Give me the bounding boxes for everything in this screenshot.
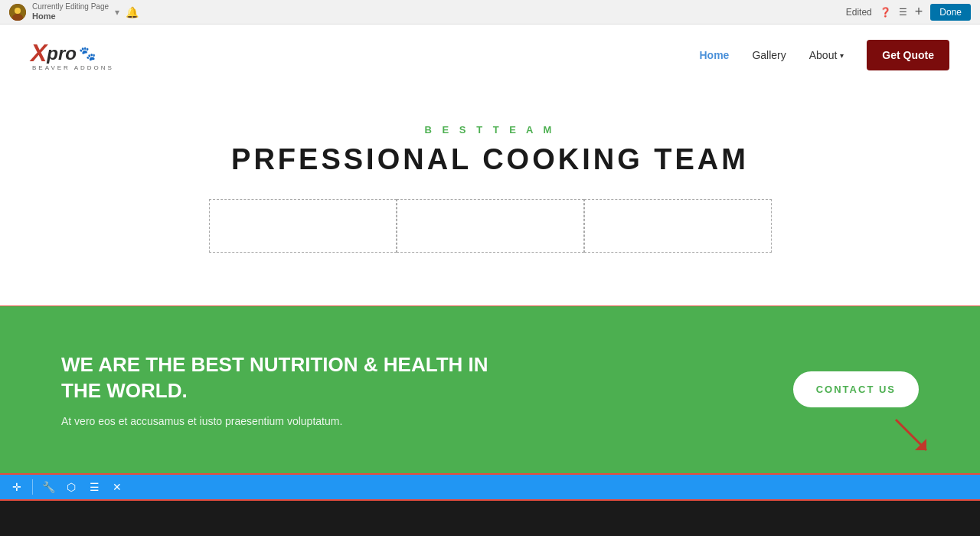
- logo: X pro 🐾 BEAVER ADDONS: [31, 39, 114, 71]
- footer: Connection Inc. © 2021 Business, Inc. Al…: [0, 501, 980, 536]
- add-button[interactable]: +: [915, 4, 923, 20]
- contact-us-button[interactable]: CONTACT US: [793, 371, 919, 407]
- cta-text-block: WE ARE THE BEST NUTRITION & HEALTH IN TH…: [61, 352, 521, 427]
- hero-section: B E S T T E A M PRFESSIONAL COOKING TEAM: [0, 86, 980, 306]
- nav-gallery[interactable]: Gallery: [752, 49, 786, 61]
- logo-tagline: BEAVER ADDONS: [32, 64, 114, 71]
- admin-bar: Currently Editing Page Home ▾ 🔔 Edited ❓…: [0, 0, 980, 25]
- cta-section: WE ARE THE BEST NUTRITION & HEALTH IN TH…: [0, 306, 980, 473]
- hero-subtitle: B E S T T E A M: [15, 124, 965, 136]
- cta-description: At vero eos et accusamus et iusto praese…: [61, 415, 521, 427]
- notification-bell-icon[interactable]: 🔔: [126, 6, 139, 18]
- help-icon[interactable]: ❓: [880, 7, 891, 18]
- admin-title: Currently Editing Page Home: [32, 2, 109, 21]
- edited-label: Edited: [846, 7, 872, 18]
- close-icon[interactable]: ✕: [109, 481, 125, 493]
- move-icon[interactable]: ✛: [9, 481, 24, 493]
- copy-icon[interactable]: ⬡: [64, 481, 79, 493]
- logo-decoration-icon: 🐾: [79, 45, 96, 62]
- list-icon[interactable]: ☰: [87, 481, 102, 493]
- logo-x: X: [31, 39, 47, 67]
- team-card-1: [209, 199, 397, 253]
- chevron-down-icon: ▾: [840, 51, 844, 60]
- get-quote-button[interactable]: Get Quote: [867, 40, 949, 70]
- nav-about[interactable]: About ▾: [809, 49, 844, 61]
- nav-home[interactable]: Home: [699, 49, 729, 61]
- team-card-2: [397, 199, 584, 253]
- editor-toolbar: ✛ 🔧 ⬡ ☰ ✕: [0, 473, 980, 501]
- team-card-3: [584, 199, 772, 253]
- arrow-indicator: [888, 412, 934, 458]
- navigation: X pro 🐾 BEAVER ADDONS Home Gallery About…: [0, 25, 980, 86]
- done-button[interactable]: Done: [930, 4, 971, 21]
- menu-lines-icon[interactable]: ☰: [899, 7, 907, 18]
- cta-title: WE ARE THE BEST NUTRITION & HEALTH IN TH…: [61, 352, 521, 404]
- nav-links: Home Gallery About ▾ Get Quote: [699, 40, 949, 70]
- svg-point-1: [15, 8, 21, 14]
- admin-dropdown-icon[interactable]: ▾: [115, 7, 119, 18]
- toolbar-divider-1: [32, 479, 33, 495]
- wrench-icon[interactable]: 🔧: [41, 481, 56, 493]
- logo-pro: pro: [47, 43, 77, 64]
- team-cards-container: [199, 199, 781, 253]
- cta-section-wrapper: WE ARE THE BEST NUTRITION & HEALTH IN TH…: [0, 306, 980, 473]
- hero-title: PRFESSIONAL COOKING TEAM: [15, 143, 965, 176]
- admin-avatar: [9, 4, 26, 21]
